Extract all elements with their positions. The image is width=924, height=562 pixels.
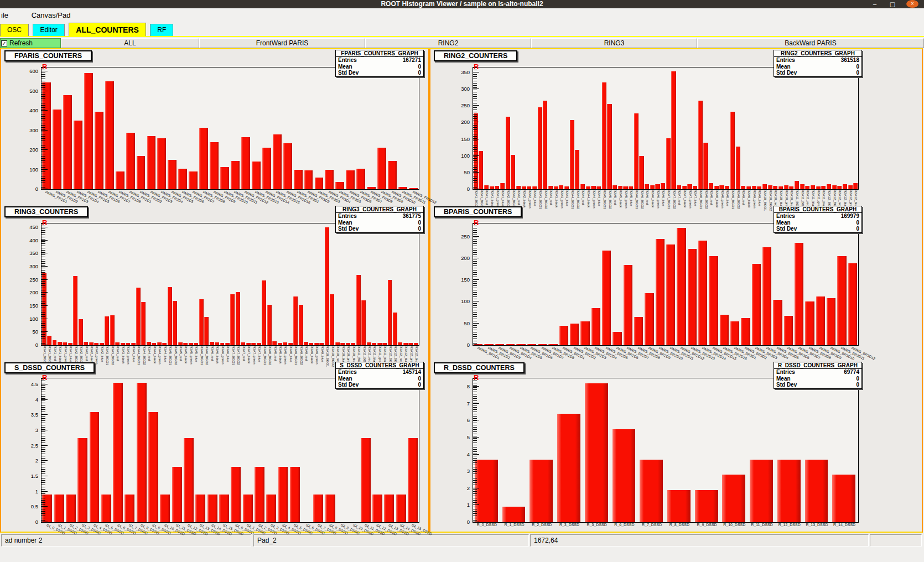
maximize-button[interactable]: ▢ xyxy=(887,1,897,8)
histogram-bar xyxy=(351,343,355,345)
bar-slot xyxy=(68,223,72,345)
close-button[interactable]: × xyxy=(906,0,918,8)
stats-std-value: 0 xyxy=(856,226,859,232)
tab-all-counters[interactable]: ALL_COUNTERS xyxy=(69,23,146,36)
histogram-bar xyxy=(199,128,208,189)
bar-slot xyxy=(666,67,671,189)
bar-slot xyxy=(220,67,230,189)
x-tick-label: R_5_DSSD xyxy=(587,523,607,527)
histogram-bar xyxy=(624,265,632,345)
view-backward-paris-button[interactable]: BackWard PARIS xyxy=(697,38,924,48)
bar-slot xyxy=(178,67,188,189)
tab-osc[interactable]: OSC xyxy=(0,24,29,36)
x-tick-label: R_0_DSSD xyxy=(477,523,497,527)
refresh-button[interactable]: ✓ Refresh xyxy=(0,38,61,48)
pad-fparis-counters[interactable]: 0100200300400500600RPARIS_FR1D1PARIS_FR1… xyxy=(1,49,428,205)
histogram-bar xyxy=(816,296,825,345)
x-tick-label: R3A3_blue xyxy=(132,346,136,362)
x-tick-label: R3A6_blue xyxy=(226,346,230,362)
x-tick-label: R2A5_blue xyxy=(629,190,633,206)
x-tick-label: R2A2_blue xyxy=(533,190,537,206)
pad-bparis-counters[interactable]: 050100150200250RPARIS_BR1D1PARIS_BR1D2PA… xyxy=(430,205,866,361)
bar-slot xyxy=(403,223,408,345)
bar-slot xyxy=(585,67,591,189)
x-tick-label: PARIS_FR3D9 xyxy=(381,190,404,204)
bar-slot xyxy=(336,378,348,522)
x-tick-label: PARIS_BR2D2 xyxy=(573,346,596,360)
x-tick-label: PARIS_FR1D1 xyxy=(45,190,68,204)
histogram-bar xyxy=(283,143,292,189)
x-tick-label: PARIS_BR3D9 xyxy=(819,346,842,360)
y-tick-mark xyxy=(41,319,48,319)
bar-slot xyxy=(623,67,629,189)
pad-s-dssd-counters[interactable]: 00.511.522.533.544.5RS1_0_DSSDS1_1_DSSDS… xyxy=(1,361,428,532)
x-tick-label: R_9_DSSD xyxy=(697,523,717,527)
bar-slot xyxy=(762,223,772,345)
bar-slot xyxy=(537,67,543,189)
minimize-button[interactable]: – xyxy=(870,1,880,8)
y-tick-label: 2.5 xyxy=(16,443,38,449)
stats-mean-label: Mean xyxy=(338,220,352,226)
x-tick-label: R2A8_blue xyxy=(725,190,729,206)
refresh-checkbox[interactable]: ✓ xyxy=(1,40,7,46)
histogram-bar xyxy=(255,467,264,522)
bar-slot xyxy=(848,67,853,189)
bar-slot xyxy=(612,223,622,345)
x-tick-label: R_13_DSSD xyxy=(806,523,828,527)
view-frontward-paris-button[interactable]: FrontWard PARIS xyxy=(199,38,365,48)
view-all-button[interactable]: ALL xyxy=(61,38,199,48)
bar-slot xyxy=(303,67,314,189)
bar-slot xyxy=(676,223,687,345)
histogram-title: S_DSSD_COUNTERS xyxy=(4,362,95,373)
bar-slot xyxy=(241,223,246,345)
x-tick-label: R3A7_red xyxy=(242,346,246,361)
plot-frame[interactable]: 050100150200250300350400450RR3A1_BGO1R3A… xyxy=(41,223,419,346)
bar-slot xyxy=(288,223,293,345)
plot-frame[interactable]: 00.511.522.533.544.5RS1_0_DSSDS1_1_DSSDS… xyxy=(41,378,419,523)
plot-frame[interactable]: 050100150200250300350RR2A1_BGO1R2A1_BGO2… xyxy=(473,67,859,190)
bar-slot xyxy=(167,223,172,345)
x-tick-label: S1_4_DSSD xyxy=(93,523,113,535)
menu-canvas-pad[interactable]: Canvas/Pad xyxy=(28,8,74,22)
menu-file[interactable]: ile xyxy=(0,8,12,22)
bar-slot xyxy=(543,67,548,189)
y-tick-mark xyxy=(473,236,479,237)
bar-slot xyxy=(53,378,65,522)
y-tick-label: 200 xyxy=(16,147,38,153)
histogram-bar xyxy=(319,343,324,345)
view-ring3-button[interactable]: RING3 xyxy=(531,38,697,48)
plot-frame[interactable]: 0100200300400500600RPARIS_FR1D1PARIS_FR1… xyxy=(41,67,419,190)
bar-slot xyxy=(283,67,293,189)
pad-ring2-counters[interactable]: 050100150200250300350RR2A1_BGO1R2A1_BGO2… xyxy=(430,49,866,205)
y-tick-label: 350 xyxy=(448,69,470,75)
histogram-bar xyxy=(246,343,251,345)
bar-slot xyxy=(395,378,407,522)
plot-frame[interactable]: 050100150200250RPARIS_BR1D1PARIS_BR1D2PA… xyxy=(473,223,859,346)
histogram-bar xyxy=(777,460,801,522)
histogram-bar xyxy=(215,342,219,345)
bar-slot xyxy=(89,223,94,345)
histogram-bar xyxy=(832,185,837,189)
histogram-bar xyxy=(100,343,104,345)
tab-editor[interactable]: Editor xyxy=(33,24,64,36)
histogram-bar xyxy=(730,321,739,345)
histogram-bar xyxy=(414,343,418,345)
histogram-bar xyxy=(58,342,62,345)
histogram-bar xyxy=(530,460,553,522)
bar-slot xyxy=(115,223,120,345)
bar-slot xyxy=(89,378,100,522)
pad-ring3-counters[interactable]: 050100150200250300350400450RR3A1_BGO1R3A… xyxy=(1,205,428,361)
bar-slot xyxy=(666,378,693,522)
tab-rf[interactable]: RF xyxy=(150,24,173,36)
stats-entries-value: 361775 xyxy=(403,213,421,220)
bar-slot xyxy=(548,67,553,189)
histogram-bar xyxy=(220,167,229,189)
bar-slot xyxy=(693,378,721,522)
bar-slot xyxy=(720,378,748,522)
y-tick-label: 1 xyxy=(16,488,38,495)
histogram-bar xyxy=(596,186,601,189)
pad-r-dssd-counters[interactable]: 012345678RR_0_DSSDR_1_DSSDR_2_DSSDR_3_DS… xyxy=(430,361,866,532)
bar-slot xyxy=(351,223,356,345)
plot-frame[interactable]: 012345678RR_0_DSSDR_1_DSSDR_2_DSSDR_3_DS… xyxy=(473,378,859,523)
view-ring2-button[interactable]: RING2 xyxy=(365,38,531,48)
